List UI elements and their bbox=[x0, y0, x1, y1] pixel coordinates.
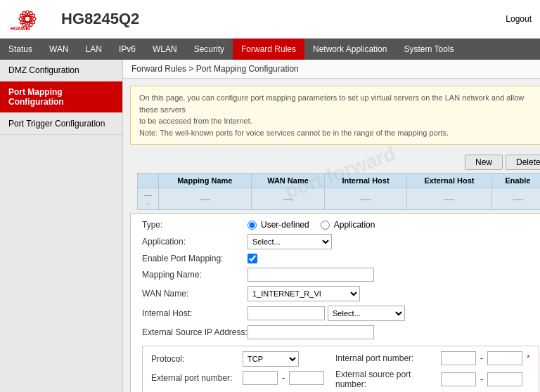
application-row: Application: Select... bbox=[136, 232, 540, 251]
ext-src-port-1-inputs: - bbox=[441, 372, 522, 386]
mapping-name-row: Mapping Name: bbox=[136, 266, 540, 284]
type-user-defined-label[interactable]: User-defined bbox=[248, 220, 309, 230]
info-box: On this page, you can configure port map… bbox=[130, 86, 540, 145]
protocol-1-label: Protocol: bbox=[151, 354, 243, 364]
enable-label: Enable Port Mapping: bbox=[142, 254, 248, 263]
external-source-input[interactable] bbox=[248, 325, 374, 339]
application-label: Application: bbox=[142, 237, 248, 247]
breadcrumb: Forward Rules > Port Mapping Configurati… bbox=[123, 60, 540, 79]
ext-src-sep-1: - bbox=[480, 374, 483, 384]
svg-point-0 bbox=[19, 16, 36, 22]
enable-row: Enable Port Mapping: bbox=[136, 251, 540, 266]
dash-0: ---- bbox=[138, 188, 159, 210]
col-mapping-name: Mapping Name bbox=[159, 174, 252, 188]
ext-port-1-from[interactable] bbox=[243, 371, 278, 385]
svg-point-3 bbox=[25, 11, 30, 27]
logo-area: HUAWEI bbox=[8, 5, 47, 33]
application-select[interactable]: Select... bbox=[248, 234, 332, 249]
application-control: Select... bbox=[248, 234, 539, 249]
nav-network-application[interactable]: Network Application bbox=[304, 39, 395, 60]
ext-port-1-to[interactable] bbox=[289, 371, 324, 385]
form-section: Type: User-defined Application Applicati… bbox=[130, 213, 540, 392]
type-row: Type: User-defined Application bbox=[136, 218, 540, 232]
model-title: HG8245Q2 bbox=[61, 10, 139, 28]
nav-status[interactable]: Status bbox=[0, 39, 41, 60]
internal-port-1-inputs: - * bbox=[441, 351, 530, 365]
wan-name-row: WAN Name: 1_INTERNET_R_VI bbox=[136, 284, 540, 303]
port-row-1: Protocol: TCP UDP TCP/UDP External port … bbox=[142, 346, 539, 392]
logout-area: Logout bbox=[506, 14, 532, 24]
external-source-control bbox=[248, 325, 539, 339]
protocol-row-1: Protocol: TCP UDP TCP/UDP bbox=[146, 349, 330, 369]
logout-button[interactable]: Logout bbox=[506, 14, 532, 24]
int-port-sep-1: - bbox=[480, 353, 483, 363]
dash-4: ---- bbox=[406, 188, 492, 210]
enable-checkbox[interactable] bbox=[248, 254, 257, 263]
col-left-1: Protocol: TCP UDP TCP/UDP External port … bbox=[146, 349, 330, 391]
type-user-defined-radio[interactable] bbox=[248, 221, 257, 230]
internal-host-control: Select... bbox=[248, 306, 539, 321]
internal-host-select[interactable]: Select... bbox=[328, 306, 405, 321]
col-internal-host: Internal Host bbox=[325, 174, 406, 188]
port-row-1-cols: Protocol: TCP UDP TCP/UDP External port … bbox=[146, 349, 536, 391]
internal-port-row-1: Internal port number: - * bbox=[330, 349, 536, 367]
mapping-name-control bbox=[248, 268, 539, 282]
toolbar: New Delete bbox=[123, 152, 540, 173]
type-application-label[interactable]: Application bbox=[321, 220, 375, 230]
col-external-host: External Host bbox=[406, 174, 492, 188]
ext-src-port-1-to[interactable] bbox=[487, 372, 522, 386]
external-port-1-label: External port number: bbox=[151, 373, 243, 383]
dash-1: ---- bbox=[159, 188, 252, 210]
internal-port-1-label: Internal port number: bbox=[335, 353, 441, 363]
nav-wlan[interactable]: WLAN bbox=[144, 39, 186, 60]
int-port-1-to[interactable] bbox=[487, 351, 522, 365]
external-port-1-inputs: - bbox=[243, 371, 324, 385]
page-header: HUAWEI HG8245Q2 Logout bbox=[0, 0, 540, 39]
external-source-row: External Source IP Address: bbox=[136, 323, 540, 341]
nav-ipv6[interactable]: IPv6 bbox=[110, 39, 144, 60]
delete-button[interactable]: Delete bbox=[506, 155, 540, 170]
type-control: User-defined Application bbox=[248, 220, 539, 230]
content-area: DMZ Configuration Port Mapping Configura… bbox=[0, 60, 540, 392]
ext-src-port-row-1: External source port number: - bbox=[330, 367, 536, 391]
sidebar-item-port-mapping[interactable]: Port Mapping Configuration bbox=[0, 81, 122, 113]
nav-security[interactable]: Security bbox=[186, 39, 233, 60]
nav-lan[interactable]: LAN bbox=[77, 39, 110, 60]
col-wan-name: WAN Name bbox=[251, 174, 325, 188]
table-dash-row: ---- ---- ---- ---- ---- ---- bbox=[138, 188, 541, 210]
svg-text:HUAWEI: HUAWEI bbox=[11, 26, 30, 31]
type-label: Type: bbox=[142, 220, 248, 230]
main-nav: Status WAN LAN IPv6 WLAN Security Forwar… bbox=[0, 39, 540, 60]
col-enable: Enable bbox=[492, 174, 540, 188]
mapping-table: Mapping Name WAN Name Internal Host Exte… bbox=[137, 173, 540, 210]
nav-system-tools[interactable]: System Tools bbox=[395, 39, 462, 60]
port-sep-1: - bbox=[282, 373, 285, 383]
int-port-1-from[interactable] bbox=[441, 351, 476, 365]
huawei-logo-icon: HUAWEI bbox=[8, 5, 47, 33]
wan-name-control: 1_INTERNET_R_VI bbox=[248, 286, 539, 301]
main-content: Forward Rules > Port Mapping Configurati… bbox=[123, 60, 540, 392]
protocol-1-select[interactable]: TCP UDP TCP/UDP bbox=[243, 351, 299, 367]
ext-src-port-1-from[interactable] bbox=[441, 372, 476, 386]
sidebar: DMZ Configuration Port Mapping Configura… bbox=[0, 60, 123, 392]
ext-src-port-1-label: External source port number: bbox=[335, 370, 441, 389]
sidebar-item-port-trigger[interactable]: Port Trigger Configuration bbox=[0, 113, 122, 135]
nav-forward-rules[interactable]: Forward Rules bbox=[233, 39, 304, 60]
internal-host-input[interactable] bbox=[248, 306, 325, 320]
col-empty bbox=[138, 174, 159, 188]
sidebar-item-dmz[interactable]: DMZ Configuration bbox=[0, 60, 122, 81]
mapping-name-input[interactable] bbox=[248, 268, 374, 282]
new-button[interactable]: New bbox=[465, 155, 503, 170]
enable-control bbox=[248, 254, 539, 263]
dash-2: ---- bbox=[251, 188, 325, 210]
type-application-radio[interactable] bbox=[321, 221, 330, 230]
external-port-row-1: External port number: - bbox=[146, 369, 330, 387]
wan-name-select[interactable]: 1_INTERNET_R_VI bbox=[248, 286, 360, 301]
internal-host-row: Internal Host: Select... bbox=[136, 303, 540, 323]
col-right-1: Internal port number: - * External sourc… bbox=[330, 349, 536, 391]
nav-wan[interactable]: WAN bbox=[41, 39, 77, 60]
mapping-name-label: Mapping Name: bbox=[142, 270, 248, 280]
internal-host-label: Internal Host: bbox=[142, 308, 248, 318]
dash-5: ---- bbox=[492, 188, 540, 210]
mapping-table-container: port forward Mapping Name WAN Name Inter… bbox=[130, 173, 540, 210]
